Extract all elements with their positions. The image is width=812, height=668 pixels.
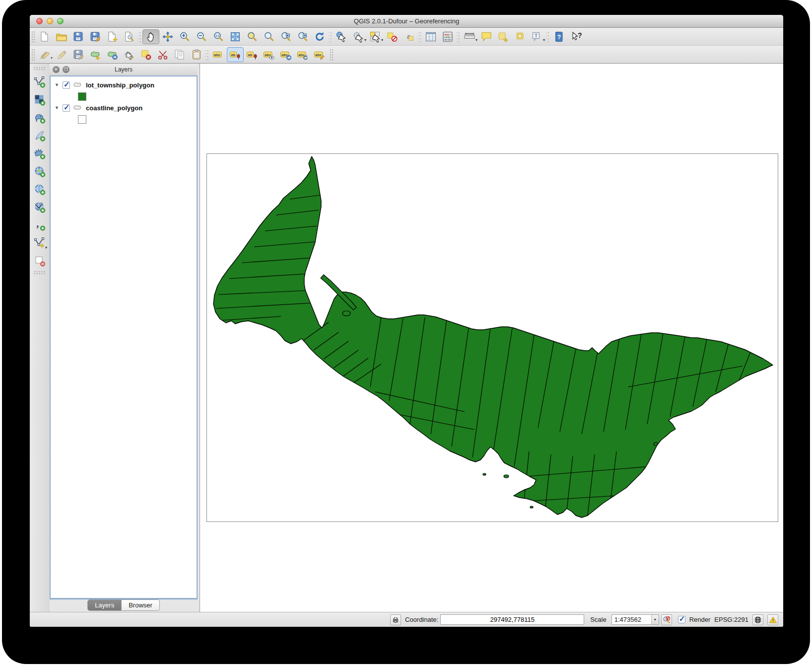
refresh-button[interactable] xyxy=(311,29,328,44)
deselect-all-button[interactable] xyxy=(384,29,401,44)
panel-tab-layers[interactable]: Layers xyxy=(87,599,122,611)
run-feature-action-button[interactable]: ▾ xyxy=(350,29,367,44)
add-postgis-layer-button[interactable] xyxy=(32,109,48,127)
coordinate-input[interactable] xyxy=(440,614,584,625)
add-vector-layer-button[interactable] xyxy=(32,73,48,91)
new-shapefile-layer-dropdown-arrow-icon[interactable]: ▾ xyxy=(45,246,47,250)
layer-expand-arrow-icon[interactable]: ▼ xyxy=(55,82,60,87)
layer-visibility-checkbox[interactable]: ✓ xyxy=(63,104,70,112)
measure-dropdown-arrow-icon[interactable]: ▾ xyxy=(475,38,477,42)
zoom-to-layer-button[interactable] xyxy=(261,29,277,44)
epsg-label: EPSG:2291 xyxy=(714,616,748,623)
change-label-button[interactable]: abc xyxy=(311,47,328,62)
cut-features-button[interactable] xyxy=(154,47,171,62)
add-mssql-layer-button[interactable] xyxy=(32,145,48,162)
panel-tab-browser[interactable]: Browser xyxy=(122,599,160,611)
help-contents-button[interactable]: ? xyxy=(550,29,567,44)
toolbar-drag-handle[interactable] xyxy=(33,271,46,275)
add-spatialite-layer-button[interactable] xyxy=(32,127,48,145)
run-feature-action-dropdown-arrow-icon[interactable]: ▾ xyxy=(364,38,366,42)
paste-features-button[interactable] xyxy=(188,47,205,62)
scale-combo[interactable]: 1:473562 ▾ xyxy=(611,614,659,625)
field-calculator-button[interactable] xyxy=(439,29,456,44)
whats-this-button[interactable]: ? xyxy=(567,29,584,44)
rotate-label-button[interactable]: abc xyxy=(294,47,311,62)
current-edits-dropdown-arrow-icon[interactable]: ▾ xyxy=(51,56,53,60)
composer-manager-button[interactable] xyxy=(121,29,137,44)
show-bookmarks-button[interactable] xyxy=(512,29,529,44)
zoom-native-button[interactable]: 1:1 xyxy=(210,29,227,44)
toggle-editing-button[interactable] xyxy=(53,47,70,62)
layer-symbology-row[interactable] xyxy=(53,90,195,102)
new-bookmark-button[interactable] xyxy=(495,29,512,44)
save-project-button[interactable] xyxy=(70,29,87,44)
layer-symbol-swatch[interactable] xyxy=(78,92,86,101)
scale-combo-arrow-icon[interactable]: ▾ xyxy=(651,615,659,624)
zoom-in-button[interactable] xyxy=(176,29,193,44)
show-hide-labels-button[interactable]: abc xyxy=(261,47,277,62)
save-project-as-button[interactable] xyxy=(87,29,104,44)
zoom-native-icon: 1:1 xyxy=(212,31,224,43)
measure-button[interactable]: ▾ xyxy=(461,29,478,44)
layers-panel-header[interactable]: Layers ✕ ❐ xyxy=(50,64,198,75)
scale-value: 1:473562 xyxy=(612,616,651,623)
add-feature-button[interactable] xyxy=(87,47,104,62)
render-checkbox[interactable]: ✓ xyxy=(678,616,685,623)
node-tool-button[interactable] xyxy=(121,47,137,62)
layer-symbology-row[interactable] xyxy=(53,113,195,125)
add-wfs-layer-button[interactable] xyxy=(32,198,48,216)
scale-lock-icon[interactable] xyxy=(661,614,672,625)
add-wms-layer-button[interactable] xyxy=(32,162,48,180)
move-feature-button[interactable] xyxy=(104,47,121,62)
save-layer-edits-button[interactable] xyxy=(70,47,87,62)
zoom-last-button[interactable] xyxy=(277,29,294,44)
identify-features-button[interactable]: i xyxy=(333,29,350,44)
open-project-button[interactable] xyxy=(53,29,70,44)
layer-visibility-checkbox[interactable]: ✓ xyxy=(63,81,70,89)
new-project-button[interactable] xyxy=(36,29,53,44)
select-features-dropdown-arrow-icon[interactable]: ▾ xyxy=(381,38,383,42)
labeling-options-button[interactable]: abc xyxy=(210,47,227,62)
text-annotation-button[interactable]: T▾ xyxy=(529,29,545,44)
add-raster-layer-button[interactable] xyxy=(32,91,48,109)
log-messages-icon[interactable] xyxy=(767,614,778,625)
text-annotation-dropdown-arrow-icon[interactable]: ▾ xyxy=(543,38,545,42)
open-attribute-table-button[interactable] xyxy=(422,29,439,44)
new-print-composer-button[interactable] xyxy=(104,29,121,44)
layer-symbol-swatch[interactable] xyxy=(78,115,86,124)
toolbar-drag-handle[interactable] xyxy=(31,30,35,43)
toolbar-drag-handle[interactable] xyxy=(31,48,35,61)
zoom-next-button[interactable] xyxy=(294,29,311,44)
remove-layer-button[interactable] xyxy=(32,252,48,270)
new-shapefile-layer-button[interactable]: ▾ xyxy=(32,234,48,252)
zoom-out-button[interactable] xyxy=(193,29,210,44)
select-features-button[interactable]: ▾ xyxy=(367,29,384,44)
highlight-pinned-labels-button[interactable]: ab xyxy=(244,47,261,62)
toolbar-drag-handle[interactable] xyxy=(329,48,334,61)
map-canvas[interactable] xyxy=(200,64,783,612)
pan-map-button[interactable] xyxy=(142,29,159,44)
rotate-label-icon: abc xyxy=(297,49,309,61)
layers-panel: Layers ✕ ❐ ▼✓lot_township_polygon▼✓coast… xyxy=(50,64,198,612)
pin-labels-button[interactable]: ab xyxy=(227,47,244,62)
select-by-expression-button[interactable]: ε xyxy=(401,29,417,44)
map-tips-button[interactable] xyxy=(478,29,495,44)
zoom-full-button[interactable] xyxy=(227,29,244,44)
crs-status-icon[interactable] xyxy=(752,614,763,625)
layer-item-lot_township_polygon[interactable]: ▼✓lot_township_polygon xyxy=(53,79,195,90)
titlebar[interactable]: QGIS 2.0.1-Dufour – Georeferencing xyxy=(30,15,783,28)
new-bookmark-icon xyxy=(497,31,509,43)
pan-to-selection-button[interactable] xyxy=(159,29,176,44)
coordinate-tracking-icon[interactable] xyxy=(390,614,401,625)
add-wcs-layer-button[interactable] xyxy=(32,180,48,198)
current-edits-button[interactable]: ▾ xyxy=(36,47,53,62)
layer-item-coastline_polygon[interactable]: ▼✓coastline_polygon xyxy=(53,102,195,113)
layer-expand-arrow-icon[interactable]: ▼ xyxy=(55,105,60,110)
delete-selected-button[interactable] xyxy=(137,47,154,62)
copy-features-button[interactable] xyxy=(171,47,188,62)
layer-tree[interactable]: ▼✓lot_township_polygon▼✓coastline_polygo… xyxy=(50,75,198,599)
zoom-to-selection-button[interactable] xyxy=(244,29,261,44)
add-delimited-text-layer-button[interactable]: , xyxy=(32,216,48,234)
toolbar-drag-handle[interactable] xyxy=(33,67,46,71)
move-label-button[interactable]: abc xyxy=(277,47,294,62)
